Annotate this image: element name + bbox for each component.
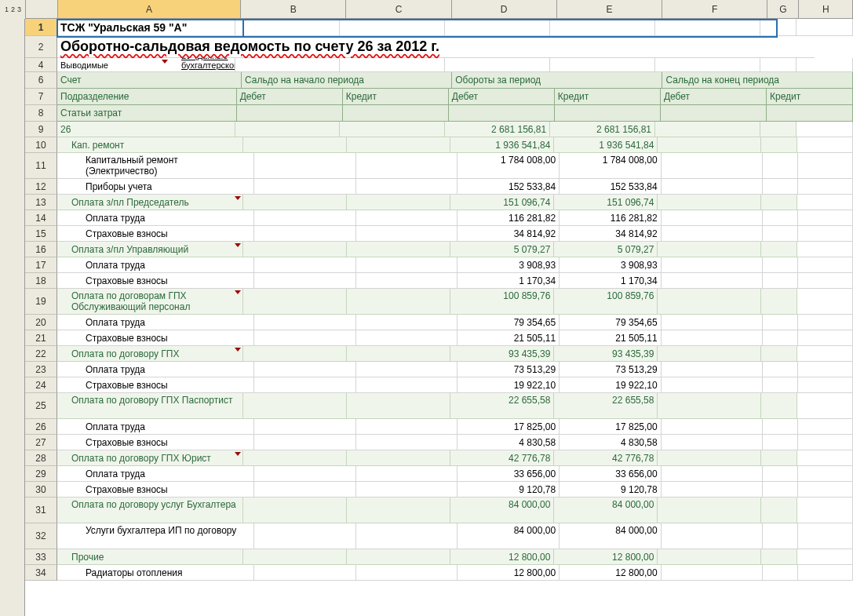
cell-label[interactable]: Оплата труда xyxy=(57,315,254,330)
cell-f8[interactable] xyxy=(661,105,767,122)
cell-label[interactable]: Страховые взносы xyxy=(57,330,254,346)
outline-header[interactable]: 1 2 3 xyxy=(0,0,26,19)
cell-label[interactable]: Страховые взносы xyxy=(57,377,254,393)
hdr-debit-begin[interactable]: Дебет xyxy=(237,89,343,105)
row-header-15[interactable]: 15 xyxy=(25,226,57,242)
cell-debit-turnover[interactable]: 1 784 008,00 xyxy=(457,153,560,179)
row-header-6[interactable]: 6 xyxy=(25,72,57,89)
cell-h[interactable] xyxy=(797,549,853,565)
cell-credit-end-part[interactable] xyxy=(761,242,796,257)
cell-credit-turnover[interactable]: 19 922,10 xyxy=(560,377,662,393)
row-header-4[interactable]: 4 xyxy=(25,58,57,72)
cell-h[interactable] xyxy=(798,179,853,195)
cell-d1[interactable] xyxy=(445,19,550,36)
cell-debit-end[interactable] xyxy=(658,450,761,466)
cell-credit-end-part[interactable] xyxy=(763,435,797,450)
cell-h1[interactable] xyxy=(796,19,853,36)
cell-empty[interactable] xyxy=(356,330,458,346)
cell-empty[interactable] xyxy=(356,466,458,482)
row-header-17[interactable]: 17 xyxy=(25,257,57,273)
select-all-corner[interactable] xyxy=(26,0,58,19)
cell-a1-title[interactable]: ТСЖ "Уральская 59 "А" xyxy=(57,19,235,36)
hdr-credit-begin[interactable]: Кредит xyxy=(343,89,449,105)
row-header-7[interactable]: 7 xyxy=(25,89,57,105)
cell-debit-end[interactable] xyxy=(662,179,764,195)
cell-debit-end[interactable] xyxy=(662,466,764,482)
cell-credit-end-part[interactable] xyxy=(761,195,796,210)
cell-h[interactable] xyxy=(798,482,853,498)
row-header-30[interactable]: 30 xyxy=(25,482,57,498)
cell-debit-end[interactable] xyxy=(662,362,764,377)
row-header-14[interactable]: 14 xyxy=(25,210,57,226)
row-header-16[interactable]: 16 xyxy=(25,242,57,257)
cell-label[interactable]: Капитальный ремонт (Электричество) xyxy=(57,153,254,179)
cell-credit-end-part[interactable] xyxy=(760,122,796,137)
outline-level-2[interactable]: 2 xyxy=(11,5,15,13)
cell-credit-turnover[interactable]: 1 170,34 xyxy=(560,273,662,289)
hdr-credit-end[interactable]: Кредит xyxy=(767,89,853,105)
cell-g8[interactable] xyxy=(767,105,853,122)
cell-label[interactable]: Оплата по договору ГПХ Паспортист xyxy=(57,393,243,419)
cell-credit-turnover[interactable]: 1 936 541,84 xyxy=(554,137,658,153)
cell-empty[interactable] xyxy=(356,565,458,581)
cell-label[interactable]: Оплата труда xyxy=(57,210,254,226)
cell-credit-turnover[interactable]: 5 079,27 xyxy=(554,242,658,257)
cell-label[interactable]: 26 xyxy=(57,122,235,137)
cell-credit-end-part[interactable] xyxy=(763,362,797,377)
cell-debit-turnover[interactable]: 152 533,84 xyxy=(457,179,560,195)
cell-empty[interactable] xyxy=(347,195,450,210)
cell-empty[interactable] xyxy=(254,179,356,195)
cell-debit-turnover[interactable]: 5 079,27 xyxy=(450,242,554,257)
cell-empty[interactable] xyxy=(235,122,341,137)
cell-empty[interactable] xyxy=(356,153,458,179)
col-header-g[interactable]: G xyxy=(767,0,799,19)
cell-empty[interactable] xyxy=(347,549,450,565)
cell-credit-end-part[interactable] xyxy=(761,346,796,362)
cell-debit-turnover[interactable]: 151 096,74 xyxy=(450,195,554,210)
cell-debit-end[interactable] xyxy=(662,435,764,450)
cell-h[interactable] xyxy=(797,137,853,153)
cell-empty[interactable] xyxy=(243,549,347,565)
row-header-22[interactable]: 22 xyxy=(25,346,57,362)
cell-a4-output-label[interactable]: Выводимые БУ (данные бухгалтерского учет… xyxy=(57,58,235,72)
cell-debit-end[interactable] xyxy=(662,273,764,289)
cell-credit-turnover[interactable]: 42 776,78 xyxy=(554,450,658,466)
cell-credit-end-part[interactable] xyxy=(761,498,796,523)
cell-debit-end[interactable] xyxy=(662,315,764,330)
cell-empty[interactable] xyxy=(254,523,356,549)
cell-empty[interactable] xyxy=(347,498,450,523)
cell-label[interactable]: Оплата труда xyxy=(57,419,254,435)
cell-empty[interactable] xyxy=(243,346,347,362)
cell-label[interactable]: Страховые взносы xyxy=(57,482,254,498)
cell-credit-turnover[interactable]: 2 681 156,81 xyxy=(550,122,655,137)
cell-d8[interactable] xyxy=(449,105,555,122)
row-header-9[interactable]: 9 xyxy=(25,122,57,137)
cell-debit-end[interactable] xyxy=(662,377,764,393)
cell-e8[interactable] xyxy=(555,105,661,122)
row-header-11[interactable]: 11 xyxy=(25,153,57,179)
cell-empty[interactable] xyxy=(347,346,450,362)
cell-h[interactable] xyxy=(798,226,853,242)
row-header-31[interactable]: 31 xyxy=(25,498,57,523)
grid[interactable]: 1 ТСЖ "Уральская 59 "А" 2 Оборотно-сальд… xyxy=(25,19,853,616)
cell-empty[interactable] xyxy=(243,242,347,257)
cell-credit-turnover[interactable]: 1 784 008,00 xyxy=(560,153,662,179)
row-header-2[interactable]: 2 xyxy=(25,36,57,58)
row-header-27[interactable]: 27 xyxy=(25,435,57,450)
row-header-34[interactable]: 34 xyxy=(25,565,57,581)
cell-h[interactable] xyxy=(798,153,853,179)
cell-debit-end[interactable] xyxy=(658,137,761,153)
cell-credit-end-part[interactable] xyxy=(763,482,797,498)
cell-debit-turnover[interactable]: 79 354,65 xyxy=(457,315,560,330)
cell-empty[interactable] xyxy=(243,289,347,315)
cell-debit-turnover[interactable]: 3 908,93 xyxy=(457,257,560,273)
cell-h[interactable] xyxy=(797,346,853,362)
hdr-saldo-begin[interactable]: Сальдо на начало периода xyxy=(242,72,452,89)
cell-h[interactable] xyxy=(798,377,853,393)
cell-label[interactable]: Страховые взносы xyxy=(57,273,254,289)
cell-debit-end[interactable] xyxy=(658,549,761,565)
cell-debit-end[interactable] xyxy=(662,226,764,242)
cell-credit-end-part[interactable] xyxy=(763,377,797,393)
cell-h4[interactable] xyxy=(796,58,853,72)
cell-empty[interactable] xyxy=(254,315,356,330)
